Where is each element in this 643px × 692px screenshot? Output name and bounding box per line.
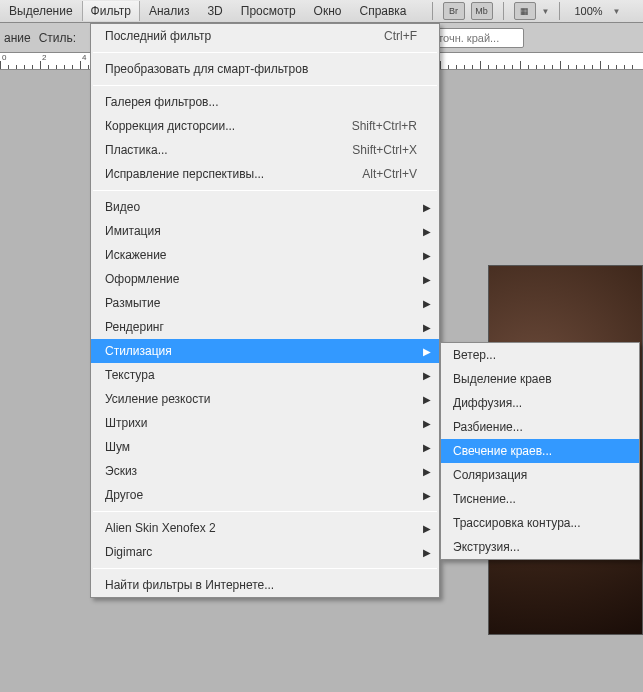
chevron-down-icon[interactable]: ▼	[613, 7, 621, 16]
menu-filter[interactable]: Фильтр	[82, 1, 140, 21]
submenu-arrow-icon: ▶	[423, 202, 431, 213]
menu-item-label: Пластика...	[105, 143, 168, 157]
menu-item[interactable]: Текстура▶	[91, 363, 439, 387]
menu-item-label: Исправление перспективы...	[105, 167, 264, 181]
menu-item-label: Преобразовать для смарт-фильтров	[105, 62, 308, 76]
menu-item[interactable]: Alien Skin Xenofex 2▶	[91, 516, 439, 540]
submenu-arrow-icon: ▶	[423, 322, 431, 333]
submenu-item[interactable]: Трассировка контура...	[441, 511, 639, 535]
submenu-arrow-icon: ▶	[423, 466, 431, 477]
submenu-arrow-icon: ▶	[423, 298, 431, 309]
menu-item-label: Видео	[105, 200, 140, 214]
menu-item-label: Усиление резкости	[105, 392, 210, 406]
chevron-down-icon[interactable]: ▼	[542, 7, 550, 16]
submenu-arrow-icon: ▶	[423, 418, 431, 429]
submenu-arrow-icon: ▶	[423, 346, 431, 357]
menu-item[interactable]: Имитация▶	[91, 219, 439, 243]
divider	[559, 2, 560, 20]
filter-menu-dropdown: Последний фильтрCtrl+FПреобразовать для …	[90, 23, 440, 598]
menu-item-label: Другое	[105, 488, 143, 502]
menu-item[interactable]: Стилизация▶	[91, 339, 439, 363]
divider	[503, 2, 504, 20]
screen-mode-icon[interactable]: ▦	[514, 2, 536, 20]
menu-item-label: Галерея фильтров...	[105, 95, 218, 109]
menu-item[interactable]: Digimarc▶	[91, 540, 439, 564]
menubar: Выделение Фильтр Анализ 3D Просмотр Окно…	[0, 0, 643, 23]
menu-separator	[93, 568, 437, 569]
menu-item-label: Имитация	[105, 224, 161, 238]
submenu-item[interactable]: Соляризация	[441, 463, 639, 487]
menu-item-label: Размытие	[105, 296, 160, 310]
menu-item[interactable]: Исправление перспективы...Alt+Ctrl+V	[91, 162, 439, 186]
menu-item-label: Рендеринг	[105, 320, 164, 334]
menu-item-label: Оформление	[105, 272, 179, 286]
shortcut-label: Ctrl+F	[384, 29, 417, 43]
submenu-arrow-icon: ▶	[423, 394, 431, 405]
menu-item-label: Эскиз	[105, 464, 137, 478]
ruler-mark: 4	[82, 53, 86, 62]
menu-analiz[interactable]: Анализ	[140, 1, 199, 21]
submenu-item[interactable]: Свечение краев...	[441, 439, 639, 463]
submenu-item[interactable]: Ветер...	[441, 343, 639, 367]
menu-item-label: Найти фильтры в Интернете...	[105, 578, 274, 592]
menu-item[interactable]: Размытие▶	[91, 291, 439, 315]
menu-separator	[93, 511, 437, 512]
menu-item-label: Штрихи	[105, 416, 148, 430]
menu-3d[interactable]: 3D	[198, 1, 231, 21]
ruler-mark: 2	[42, 53, 46, 62]
menu-separator	[93, 190, 437, 191]
submenu-item[interactable]: Диффузия...	[441, 391, 639, 415]
menu-separator	[93, 52, 437, 53]
submenu-item[interactable]: Разбиение...	[441, 415, 639, 439]
menu-item[interactable]: Галерея фильтров...	[91, 90, 439, 114]
menu-item[interactable]: Усиление резкости▶	[91, 387, 439, 411]
submenu-arrow-icon: ▶	[423, 442, 431, 453]
submenu-item[interactable]: Тиснение...	[441, 487, 639, 511]
menu-item[interactable]: Найти фильтры в Интернете...	[91, 573, 439, 597]
app-icon-1[interactable]: Br	[443, 2, 465, 20]
menu-window[interactable]: Окно	[305, 1, 351, 21]
app-icon-2[interactable]: Mb	[471, 2, 493, 20]
ruler-mark: 0	[2, 53, 6, 62]
submenu-arrow-icon: ▶	[423, 547, 431, 558]
submenu-arrow-icon: ▶	[423, 370, 431, 381]
submenu-item[interactable]: Экструзия...	[441, 535, 639, 559]
shortcut-label: Alt+Ctrl+V	[362, 167, 417, 181]
submenu-item[interactable]: Выделение краев	[441, 367, 639, 391]
menu-item[interactable]: Штрихи▶	[91, 411, 439, 435]
submenu-arrow-icon: ▶	[423, 226, 431, 237]
style-label: Стиль:	[39, 31, 76, 45]
submenu-arrow-icon: ▶	[423, 274, 431, 285]
menu-item-label: Коррекция дисторсии...	[105, 119, 235, 133]
menu-item-label: Текстура	[105, 368, 155, 382]
menu-item[interactable]: Искажение▶	[91, 243, 439, 267]
menu-help[interactable]: Справка	[350, 1, 415, 21]
menu-item[interactable]: Рендеринг▶	[91, 315, 439, 339]
divider	[432, 2, 433, 20]
menu-separator	[93, 85, 437, 86]
menu-item-label: Стилизация	[105, 344, 172, 358]
submenu-arrow-icon: ▶	[423, 523, 431, 534]
submenu-arrow-icon: ▶	[423, 250, 431, 261]
menu-item[interactable]: Другое▶	[91, 483, 439, 507]
menu-item[interactable]: Последний фильтрCtrl+F	[91, 24, 439, 48]
menu-item[interactable]: Видео▶	[91, 195, 439, 219]
menu-item-label: Искажение	[105, 248, 167, 262]
stylize-submenu: Ветер...Выделение краевДиффузия...Разбие…	[440, 342, 640, 560]
menu-item[interactable]: Пластика...Shift+Ctrl+X	[91, 138, 439, 162]
menu-item-label: Digimarc	[105, 545, 152, 559]
menu-view[interactable]: Просмотр	[232, 1, 305, 21]
tool-label: ание	[4, 31, 31, 45]
menu-item-label: Последний фильтр	[105, 29, 211, 43]
menu-item[interactable]: Шум▶	[91, 435, 439, 459]
menu-item[interactable]: Преобразовать для смарт-фильтров	[91, 57, 439, 81]
menu-item-label: Шум	[105, 440, 130, 454]
zoom-level[interactable]: 100%	[570, 5, 606, 17]
menu-item-label: Alien Skin Xenofex 2	[105, 521, 216, 535]
shortcut-label: Shift+Ctrl+X	[352, 143, 417, 157]
menu-item[interactable]: Коррекция дисторсии...Shift+Ctrl+R	[91, 114, 439, 138]
menu-vydelenie[interactable]: Выделение	[0, 1, 82, 21]
menu-item[interactable]: Оформление▶	[91, 267, 439, 291]
menu-item[interactable]: Эскиз▶	[91, 459, 439, 483]
shortcut-label: Shift+Ctrl+R	[352, 119, 417, 133]
